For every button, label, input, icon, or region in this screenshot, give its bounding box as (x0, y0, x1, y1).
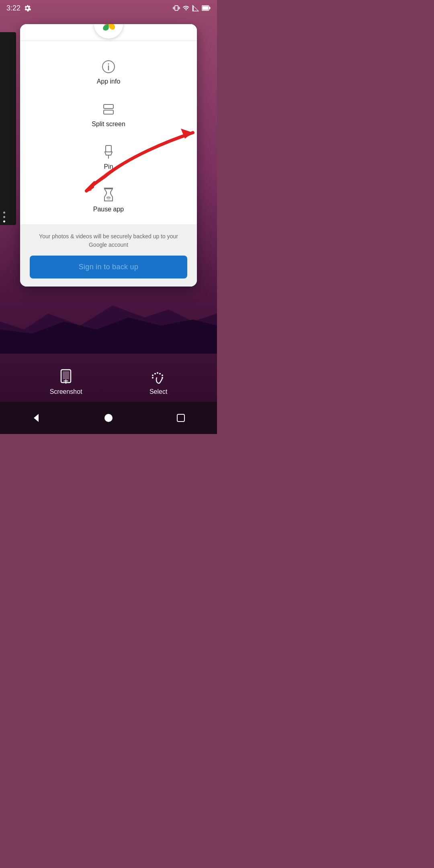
svg-point-25 (104, 414, 113, 422)
back-button[interactable] (24, 406, 48, 430)
menu-section: App info Split screen Pin (20, 47, 197, 224)
svg-point-5 (108, 63, 109, 65)
screenshot-label: Screenshot (50, 388, 82, 395)
status-left: 3:22 (6, 4, 31, 12)
header-divider (20, 41, 197, 41)
dot (3, 216, 5, 218)
vibrate-icon (173, 4, 180, 12)
pin-label: Pin (104, 163, 113, 170)
svg-marker-24 (34, 414, 39, 422)
screenshot-action[interactable]: Screenshot (50, 369, 82, 395)
svg-rect-13 (63, 371, 69, 379)
backup-section: Your photos & videos will be securely ba… (20, 224, 197, 287)
sign-in-backup-button[interactable]: Sign in to back up (30, 256, 187, 278)
pause-app-menu-item[interactable]: Pause app (20, 178, 197, 221)
split-screen-label: Split screen (92, 121, 125, 128)
select-action[interactable]: Select (149, 369, 167, 395)
split-screen-icon-container (100, 101, 117, 117)
svg-point-20 (162, 375, 163, 376)
hourglass-icon (102, 187, 115, 202)
gear-icon (24, 4, 31, 12)
svg-point-17 (154, 373, 156, 375)
svg-point-18 (157, 372, 158, 374)
back-icon (31, 412, 42, 424)
split-screen-icon (101, 102, 116, 117)
signal-icon (192, 4, 199, 12)
svg-rect-6 (104, 104, 113, 108)
mountain-silhouette (0, 289, 217, 354)
left-thumbnail (0, 32, 16, 225)
bottom-action-bar: Screenshot Select (0, 362, 217, 402)
dot-active (3, 221, 5, 223)
backup-description: Your photos & videos will be securely ba… (30, 232, 187, 249)
app-info-label: App info (97, 78, 121, 85)
svg-rect-8 (106, 145, 111, 152)
hourglass-icon-container (100, 186, 117, 203)
time-display: 3:22 (6, 4, 20, 12)
select-label: Select (149, 388, 167, 395)
svg-point-16 (152, 375, 154, 376)
navigation-bar (0, 402, 217, 434)
svg-rect-26 (177, 414, 184, 422)
info-icon-container (100, 59, 117, 75)
status-bar: 3:22 (0, 0, 217, 16)
pause-app-label: Pause app (93, 206, 124, 213)
battery-icon (202, 5, 211, 11)
recent-icon (176, 413, 186, 423)
google-photos-logo (99, 24, 118, 34)
recents-button[interactable] (169, 406, 193, 430)
home-icon (104, 413, 113, 423)
split-screen-menu-item[interactable]: Split screen (20, 93, 197, 136)
dot (3, 212, 5, 214)
info-circle-icon (101, 59, 116, 74)
svg-point-21 (152, 377, 154, 379)
screenshot-icon (59, 369, 73, 385)
pin-menu-item[interactable]: Pin (20, 136, 197, 178)
status-right (173, 4, 211, 12)
dots-indicator (3, 212, 5, 223)
svg-rect-2 (209, 7, 211, 9)
wifi-icon (182, 4, 190, 12)
pin-icon-container (100, 144, 117, 160)
svg-rect-1 (203, 6, 209, 10)
pin-icon (102, 145, 115, 159)
svg-rect-7 (104, 110, 113, 114)
home-button[interactable] (96, 406, 121, 430)
select-icon (151, 369, 166, 385)
app-info-menu-item[interactable]: App info (20, 51, 197, 93)
svg-point-19 (159, 373, 161, 375)
svg-point-11 (106, 197, 111, 200)
app-context-menu-card: Photos App info Split scree (20, 24, 197, 287)
